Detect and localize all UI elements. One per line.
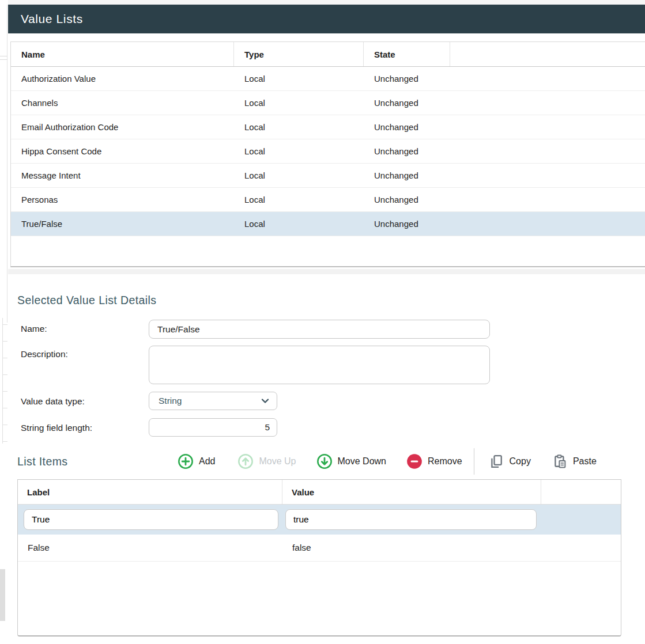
- copy-button[interactable]: Copy: [488, 453, 531, 469]
- cell-label: False: [18, 535, 282, 561]
- chevron-down-icon: [261, 396, 270, 406]
- details-heading: Selected Value List Details: [17, 294, 156, 307]
- cell-type: Local: [234, 115, 364, 139]
- cell-state: Unchanged: [364, 139, 450, 163]
- cell-value: false: [282, 535, 541, 561]
- value-lists-screen: Value Lists Name Type State Authorizatio…: [0, 0, 645, 644]
- paste-icon: [552, 453, 568, 469]
- list-items-table: Label Value False false: [17, 479, 621, 637]
- remove-button[interactable]: Remove: [406, 453, 462, 469]
- cell-type: Local: [234, 91, 364, 115]
- copy-button-label: Copy: [510, 456, 531, 467]
- item-value-field[interactable]: [285, 509, 537, 530]
- cell-state: Unchanged: [364, 188, 450, 211]
- string-field-length-label: String field length:: [21, 423, 92, 433]
- cell-name: Hippa Consent Code: [11, 139, 234, 163]
- string-field-length-field[interactable]: [149, 418, 277, 437]
- table-row[interactable]: Personas Local Unchanged: [11, 188, 645, 212]
- cell-name: Message Intent: [11, 164, 234, 187]
- table-row[interactable]: Hippa Consent Code Local Unchanged: [11, 139, 645, 164]
- table-row[interactable]: Channels Local Unchanged: [11, 91, 645, 115]
- item-label-field[interactable]: [24, 509, 278, 530]
- top-strip: [8, 0, 645, 5]
- cell-name: Personas: [11, 188, 234, 211]
- page-title: Value Lists: [21, 12, 83, 26]
- cell-type: Local: [234, 188, 364, 211]
- cell-type: Local: [234, 67, 364, 90]
- list-item-row-selected[interactable]: [18, 505, 621, 535]
- cell-name: Authorization Value: [11, 67, 234, 90]
- move-up-circle-icon: [237, 453, 254, 469]
- move-up-button-label: Move Up: [259, 456, 296, 467]
- background-panel-sliver: [0, 0, 8, 644]
- cell-state: Unchanged: [364, 115, 450, 139]
- name-label: Name:: [21, 324, 47, 334]
- cell-state: Unchanged: [364, 91, 450, 115]
- cell-name: True/False: [11, 212, 234, 236]
- cell-type: Local: [234, 212, 364, 236]
- cell-state: Unchanged: [364, 164, 450, 187]
- table-row[interactable]: Message Intent Local Unchanged: [11, 164, 645, 188]
- value-data-type-label: Value data type:: [21, 396, 85, 407]
- column-header-type[interactable]: Type: [234, 42, 364, 66]
- cell-name: Channels: [11, 91, 234, 115]
- list-items-toolbar: Add Move Up Move Down Remove: [178, 449, 597, 474]
- value-lists-table: Name Type State Authorization Value Loca…: [10, 41, 645, 267]
- description-label: Description:: [21, 349, 68, 359]
- table-row[interactable]: Email Authorization Code Local Unchanged: [11, 115, 645, 139]
- paste-button-label: Paste: [573, 456, 597, 467]
- paste-button[interactable]: Paste: [552, 453, 597, 469]
- move-down-circle-icon: [316, 453, 333, 469]
- column-header-name[interactable]: Name: [11, 42, 234, 66]
- remove-button-label: Remove: [428, 456, 462, 467]
- list-items-header-row: Label Value: [18, 480, 621, 505]
- move-up-button[interactable]: Move Up: [237, 453, 296, 469]
- column-header-value[interactable]: Value: [282, 480, 541, 504]
- add-button[interactable]: Add: [178, 453, 215, 469]
- column-header-empty: [541, 480, 621, 504]
- table-row-selected[interactable]: True/False Local Unchanged: [11, 212, 645, 236]
- cell-state: Unchanged: [364, 67, 450, 90]
- toolbar-divider: [474, 448, 474, 475]
- add-button-label: Add: [199, 456, 215, 467]
- section-separator: [8, 269, 645, 274]
- cell-type: Local: [234, 164, 364, 187]
- move-down-button[interactable]: Move Down: [316, 453, 386, 469]
- value-data-type-select[interactable]: String: [149, 392, 277, 410]
- column-header-state[interactable]: State: [364, 42, 450, 66]
- add-circle-icon: [178, 453, 194, 469]
- cell-state: Unchanged: [364, 212, 450, 236]
- panel-titlebar: Value Lists: [8, 5, 645, 33]
- name-field[interactable]: [149, 320, 490, 339]
- list-items-heading: List Items: [17, 455, 67, 468]
- list-item-row[interactable]: False false: [18, 535, 621, 562]
- move-down-button-label: Move Down: [338, 456, 386, 467]
- cell-type: Local: [234, 139, 364, 163]
- copy-icon: [488, 453, 504, 469]
- table-row[interactable]: Authorization Value Local Unchanged: [11, 67, 645, 91]
- description-field[interactable]: [149, 346, 490, 384]
- column-header-label[interactable]: Label: [18, 480, 282, 504]
- remove-circle-icon: [406, 453, 423, 469]
- value-lists-header-row: Name Type State: [11, 42, 645, 67]
- cell-name: Email Authorization Code: [11, 115, 234, 139]
- column-header-empty: [450, 42, 645, 66]
- value-data-type-value: String: [159, 396, 261, 406]
